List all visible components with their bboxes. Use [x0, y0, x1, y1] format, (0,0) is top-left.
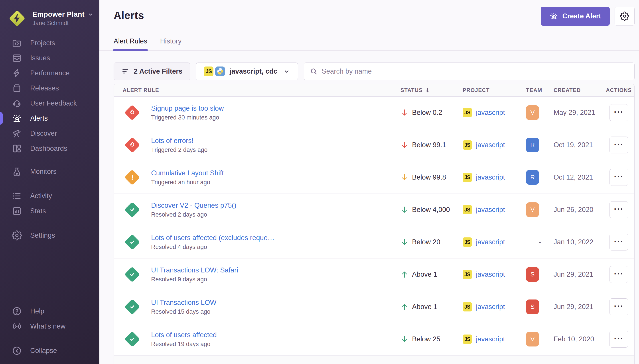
sidebar-collapse-button[interactable]: Collapse	[0, 343, 99, 358]
project-cell: JS javascript	[463, 173, 526, 182]
alert-rule-link[interactable]: Cumulative Layout Shift	[151, 169, 224, 177]
table-row[interactable]: UI Transactions LOW Resolved 15 days ago…	[114, 291, 634, 323]
alerts-icon	[12, 113, 22, 124]
tab-alert-rules[interactable]: Alert Rules	[114, 37, 147, 50]
column-header-status[interactable]: Status	[401, 87, 463, 93]
table-row[interactable]: Cumulative Layout Shift Triggered an hou…	[114, 162, 634, 194]
team-avatar: R	[526, 170, 539, 185]
table-body: Signup page is too slow Triggered 30 min…	[114, 97, 634, 356]
project-selector-label: javascript, cdc	[229, 68, 277, 75]
sidebar-item-label: Releases	[30, 84, 59, 92]
tab-bar: Alert Rules History	[99, 37, 639, 50]
alert-status-diamond-icon	[123, 297, 142, 316]
sidebar-item-label: Help	[30, 307, 44, 315]
project-link[interactable]: javascript	[476, 303, 505, 311]
sidebar-item-discover[interactable]: Discover	[0, 126, 99, 141]
column-header-project[interactable]: Project	[463, 87, 526, 93]
project-link[interactable]: javascript	[476, 141, 505, 149]
actions-cell: ···	[603, 136, 634, 154]
python-project-icon	[215, 66, 225, 76]
org-switcher[interactable]: Empower Plant Jane Schmidt	[0, 8, 99, 29]
column-header-team[interactable]: Team	[526, 87, 554, 93]
actions-cell: ···	[603, 266, 634, 283]
performance-icon	[12, 68, 22, 78]
team-avatar: V	[526, 105, 539, 120]
alert-rule-link[interactable]: UI Transactions LOW	[151, 298, 217, 306]
row-actions-button[interactable]: ···	[609, 298, 628, 315]
sidebar-item-releases[interactable]: Releases	[0, 81, 99, 96]
alert-rule-link[interactable]: Lots of errors!	[151, 137, 207, 145]
status-arrow-icon	[401, 206, 409, 214]
sidebar-item-help[interactable]: Help	[0, 304, 99, 319]
sidebar-item-whats-new[interactable]: What's new	[0, 319, 99, 334]
alert-rule-link[interactable]: Lots of users affected	[151, 331, 217, 339]
row-actions-button[interactable]: ···	[609, 201, 628, 218]
filter-icon	[121, 68, 129, 75]
row-actions-button[interactable]: ···	[609, 234, 628, 250]
sidebar-item-performance[interactable]: Performance	[0, 66, 99, 81]
project-link[interactable]: javascript	[476, 108, 505, 116]
status-cell: Below 99.8	[401, 173, 463, 181]
table-row[interactable]: Lots of errors! Triggered 2 days ago Bel…	[114, 129, 634, 162]
flame-icon	[123, 103, 142, 122]
row-actions-button[interactable]: ···	[609, 136, 628, 154]
alert-settings-button[interactable]	[614, 7, 634, 26]
chevron-down-icon	[88, 12, 93, 17]
alert-status-diamond-icon	[123, 200, 142, 219]
project-link[interactable]: javascript	[476, 206, 505, 214]
table-row[interactable]: Signup page is too slow Triggered 30 min…	[114, 97, 634, 129]
sidebar: Empower Plant Jane Schmidt Projects Issu…	[0, 0, 99, 364]
nav-section-divider	[0, 218, 99, 228]
nav-section-divider	[0, 179, 99, 188]
chevron-down-icon	[283, 68, 290, 75]
project-selector[interactable]: JS javascript, cdc	[196, 62, 298, 80]
active-filters-button[interactable]: 2 Active Filters	[114, 62, 190, 80]
sidebar-item-issues[interactable]: Issues	[0, 50, 99, 66]
row-actions-button[interactable]: ···	[609, 169, 628, 186]
sidebar-item-projects[interactable]: Projects	[0, 36, 99, 50]
column-header-created[interactable]: Created	[554, 87, 603, 93]
project-link[interactable]: javascript	[476, 173, 505, 181]
team-cell: R	[526, 170, 554, 185]
javascript-platform-icon: JS	[463, 108, 472, 117]
sidebar-item-stats[interactable]: Stats	[0, 204, 99, 218]
javascript-platform-icon: JS	[463, 334, 472, 344]
tab-history[interactable]: History	[160, 37, 181, 50]
table-row[interactable]: Lots of users affected Resolved 19 days …	[114, 323, 634, 356]
create-alert-button[interactable]: Create Alert	[541, 7, 610, 26]
project-link[interactable]: javascript	[476, 238, 505, 246]
active-filters-label: 2 Active Filters	[134, 68, 182, 75]
column-header-alert-rule[interactable]: Alert Rule	[114, 87, 401, 93]
table-row[interactable]: Lots of users affected (excludes reque… …	[114, 226, 634, 258]
row-actions-button[interactable]: ···	[609, 104, 628, 121]
team-avatar: V	[526, 332, 539, 346]
project-link[interactable]: javascript	[476, 335, 505, 343]
alert-rule-link[interactable]: Discover V2 - Queries p75()	[151, 202, 236, 210]
team-cell: V	[526, 105, 554, 120]
search-input[interactable]	[322, 68, 628, 75]
status-arrow-icon	[401, 303, 409, 311]
table-row[interactable]: Discover V2 - Queries p75() Resolved 2 d…	[114, 194, 634, 226]
sidebar-nav: Projects Issues Performance Releases Use…	[0, 36, 99, 243]
project-link[interactable]: javascript	[476, 270, 505, 278]
sidebar-item-activity[interactable]: Activity	[0, 188, 99, 204]
alert-rule-link[interactable]: Lots of users affected (excludes reque…	[151, 234, 274, 242]
alert-rule-link[interactable]: Signup page is too slow	[151, 104, 224, 112]
sidebar-item-monitors[interactable]: Monitors	[0, 164, 99, 179]
user-feedback-icon	[12, 98, 22, 108]
sidebar-item-dashboards[interactable]: Dashboards	[0, 141, 99, 156]
collapse-icon	[12, 346, 22, 356]
project-cell: JS javascript	[463, 302, 526, 312]
sidebar-item-alerts[interactable]: Alerts	[0, 111, 99, 126]
sidebar-item-settings[interactable]: Settings	[0, 228, 99, 243]
org-name: Empower Plant	[32, 10, 85, 18]
page-title: Alerts	[114, 9, 144, 22]
row-actions-button[interactable]: ···	[609, 331, 628, 348]
team-avatar: S	[526, 300, 539, 314]
sidebar-item-label: Dashboards	[30, 144, 67, 152]
row-actions-button[interactable]: ···	[609, 266, 628, 283]
alert-rule-link[interactable]: UI Transactions LOW: Safari	[151, 266, 238, 274]
created-cell: Jun 29, 2021	[554, 270, 603, 278]
table-row[interactable]: UI Transactions LOW: Safari Resolved 9 d…	[114, 258, 634, 291]
sidebar-item-user-feedback[interactable]: User Feedback	[0, 96, 99, 111]
